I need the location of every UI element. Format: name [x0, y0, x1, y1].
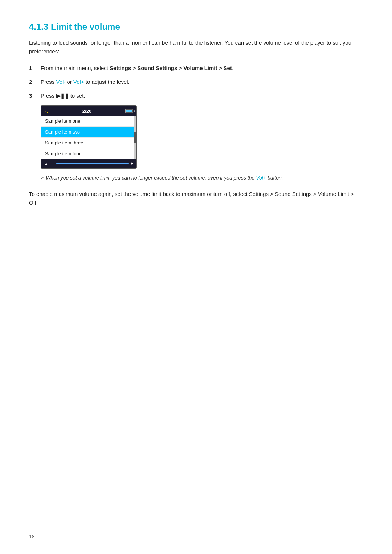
- step-1: 1 From the main menu, select Settings > …: [29, 64, 363, 73]
- device-list: Sample item one Sample item two Sample i…: [41, 116, 134, 159]
- scrollbar-thumb: [134, 132, 136, 143]
- step-1-content: From the main menu, select Settings > So…: [41, 64, 233, 73]
- device-header: ♫ 2/20: [41, 106, 136, 116]
- page-number: 18: [29, 534, 35, 539]
- play-pause-icon: ▶❚❚: [56, 92, 69, 100]
- battery-icon: [125, 109, 133, 113]
- note-block: > When you set a volume limit, you can n…: [41, 174, 363, 182]
- vol-plus-note-link[interactable]: Vol+: [256, 175, 266, 181]
- note-arrow: >: [41, 174, 44, 182]
- volume-bar: [56, 163, 129, 164]
- section-title: 4.1.3 Limit the volume: [29, 22, 363, 32]
- step-2-content: Press Vol- or Vol+ to adjust the level.: [41, 78, 130, 86]
- list-item-2-selected: Sample item two: [41, 127, 134, 138]
- step-number-2: 2: [29, 78, 41, 86]
- list-item-1: Sample item one: [41, 116, 134, 127]
- intro-paragraph: Listening to loud sounds for longer than…: [29, 38, 363, 56]
- step-1-bold: Settings > Sound Settings > Volume Limit…: [110, 65, 232, 71]
- closing-paragraph: To enable maximum volume again, set the …: [29, 190, 363, 207]
- volume-low-icon: ▲: [44, 161, 48, 166]
- device-screenshot: ♫ 2/20 Sample item one Sample item two S…: [41, 105, 137, 169]
- scrollbar: [134, 116, 136, 159]
- list-item-4: Sample item four: [41, 148, 134, 159]
- step-number-3: 3: [29, 91, 41, 100]
- note-italic: When you set a volume limit, you can no …: [46, 175, 283, 181]
- list-item-3: Sample item three: [41, 138, 134, 148]
- minus-sign: —: [50, 161, 54, 166]
- note-text: When you set a volume limit, you can no …: [46, 174, 283, 182]
- track-counter: 2/20: [82, 108, 91, 114]
- battery-fill: [126, 110, 132, 112]
- device-footer: ▲ — +: [41, 159, 136, 168]
- closing-bold: Settings > Sound Settings > Volume Limit…: [29, 191, 354, 206]
- device-list-wrapper: Sample item one Sample item two Sample i…: [41, 116, 136, 159]
- steps-list: 1 From the main menu, select Settings > …: [29, 64, 363, 100]
- music-note-icon: ♫: [44, 108, 49, 114]
- step-2: 2 Press Vol- or Vol+ to adjust the level…: [29, 78, 363, 86]
- vol-minus-link[interactable]: Vol-: [56, 79, 66, 85]
- step-3-content: Press ▶❚❚ to set.: [41, 91, 85, 100]
- step-number-1: 1: [29, 64, 41, 73]
- step-3: 3 Press ▶❚❚ to set.: [29, 91, 363, 100]
- vol-plus-link[interactable]: Vol+: [73, 79, 84, 85]
- plus-sign: +: [130, 161, 133, 166]
